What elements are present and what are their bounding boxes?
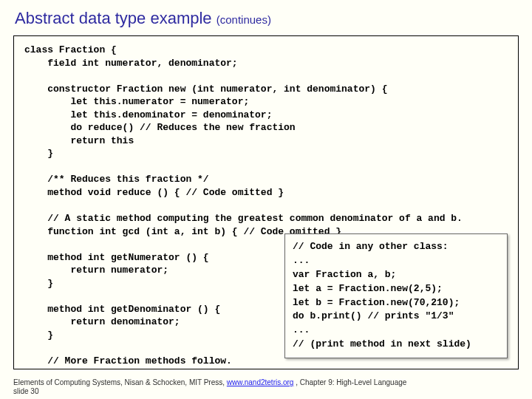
code-inner-text: // Code in any other class: ... var Frac… <box>293 241 471 349</box>
slide: Abstract data type example (continues) c… <box>0 0 532 399</box>
title-main: Abstract data type example <box>15 9 216 27</box>
footer-link[interactable]: www.nand2tetris.org <box>227 378 294 386</box>
title-continues: (continues) <box>216 13 271 26</box>
footer-slide-number: slide 30 <box>13 387 38 395</box>
slide-footer: Elements of Computing Systems, Nisan & S… <box>13 378 519 396</box>
slide-title: Abstract data type example (continues) <box>15 9 519 28</box>
code-box-inner: // Code in any other class: ... var Frac… <box>284 233 508 358</box>
footer-prefix: Elements of Computing Systems, Nisan & S… <box>13 378 227 386</box>
footer-suffix: , Chapter 9: High-Level Language <box>293 378 406 386</box>
code-box-main: class Fraction { field int numerator, de… <box>13 35 519 369</box>
